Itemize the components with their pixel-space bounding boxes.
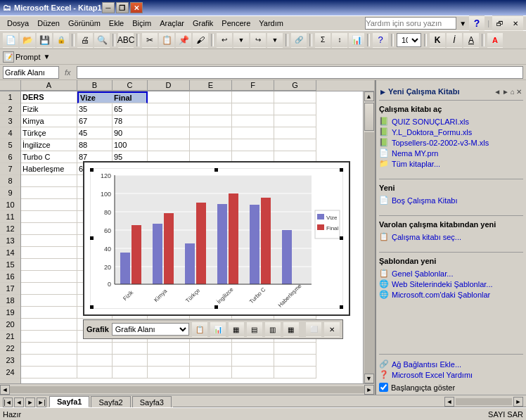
link-excel-yardim[interactable]: ❓ Microsoft Excel Yardımı (379, 369, 523, 380)
tab-nav-prev[interactable]: ◄ (14, 397, 24, 407)
menu-grafik[interactable]: Grafik (188, 18, 217, 29)
bold-btn[interactable]: K (430, 32, 445, 48)
grafik-close-btn[interactable]: ✕ (324, 322, 340, 337)
menu-pencere[interactable]: Pencere (217, 18, 255, 29)
cell-r2-c2[interactable]: 35 (77, 103, 113, 115)
panel-close-btn[interactable]: ✕ (508, 15, 523, 31)
close-button[interactable]: ✕ (130, 2, 143, 13)
cut-btn[interactable]: ✂ (142, 32, 158, 48)
row-num-2[interactable]: 2 (0, 103, 20, 115)
cell-r2-c4[interactable] (148, 103, 190, 115)
link-bos-kitap[interactable]: 📄 Boş Çalışma Kitabı (379, 195, 523, 205)
paste-btn[interactable]: 📌 (176, 32, 191, 48)
scroll-right-btn[interactable]: ► (364, 385, 374, 395)
startup-checkbox[interactable] (379, 383, 388, 392)
grafik-tb-btn6[interactable]: ▦ (283, 322, 299, 337)
cell-r3-c2[interactable]: 67 (77, 115, 113, 127)
cell-r23-c5[interactable] (190, 355, 232, 367)
save-btn[interactable]: 💾 (37, 32, 52, 48)
row-num-4[interactable]: 4 (0, 127, 20, 139)
undo-drop-btn[interactable]: ▼ (233, 32, 249, 48)
cell-r1-c2[interactable]: Vize (77, 91, 113, 103)
cell-r24-c4[interactable] (148, 367, 190, 378)
insert-hyperlink-btn[interactable]: 🔗 (291, 32, 307, 48)
grafik-tb-btn3[interactable]: ▦ (229, 322, 244, 337)
cell-r24-c1[interactable] (21, 367, 77, 378)
col-header-G[interactable]: G (274, 80, 316, 91)
link-quiz[interactable]: 📗 QUIZ SONUÇLARI.xls (379, 116, 523, 127)
cell-r21-c1[interactable] (21, 331, 77, 343)
cell-r4-c5[interactable] (190, 127, 232, 139)
cell-r22-c4[interactable] (148, 343, 190, 355)
tab-nav-next[interactable]: ► (25, 397, 35, 407)
restore-button[interactable]: ❐ (116, 2, 129, 13)
cell-r5-c2[interactable]: 88 (77, 139, 113, 151)
row-num-14[interactable]: 14 (0, 247, 20, 259)
h-scroll-track[interactable] (10, 386, 364, 393)
col-header-B[interactable]: B (77, 80, 113, 91)
cell-r7-c1[interactable]: Haberleşme (21, 163, 77, 175)
cell-r13-c1[interactable] (21, 235, 77, 247)
cell-r5-c3[interactable]: 100 (113, 139, 148, 151)
cell-r19-c1[interactable] (21, 307, 77, 319)
menu-dosya[interactable]: Dosya (3, 18, 33, 29)
new-btn[interactable]: 📄 (3, 32, 18, 48)
scroll-down-btn[interactable]: ▼ (364, 374, 374, 383)
permission-btn[interactable]: 🔒 (53, 32, 69, 48)
cell-r4-c1[interactable]: Türkçe (21, 127, 77, 139)
cell-r2-c5[interactable] (190, 103, 232, 115)
tab-sayfa2[interactable]: Sayfa2 (91, 396, 130, 407)
cell-r2-c7[interactable] (274, 103, 316, 115)
italic-btn[interactable]: İ (447, 32, 462, 48)
cell-r12-c1[interactable] (21, 223, 77, 235)
open-btn[interactable]: 📂 (20, 32, 35, 48)
restore-down-btn[interactable]: 🗗 (492, 15, 508, 31)
row-num-1[interactable]: 1 (0, 91, 20, 103)
sort-asc-btn[interactable]: ↕ (332, 32, 347, 48)
link-genel[interactable]: 📋 Genel Şablonlar... (379, 268, 523, 279)
cell-r24-c7[interactable] (274, 367, 316, 378)
underline-btn[interactable]: A (463, 32, 479, 48)
cell-r23-c6[interactable] (232, 355, 274, 367)
tab-sayfa1[interactable]: Sayfa1 (49, 396, 89, 407)
row-num-23[interactable]: 23 (0, 355, 20, 367)
panel-close-x-btn[interactable]: ✕ (516, 88, 522, 96)
cell-r22-c1[interactable] (21, 343, 77, 355)
scroll-track[interactable] (364, 132, 374, 374)
panel-back-btn[interactable]: ◄ (494, 88, 501, 96)
row-num-13[interactable]: 13 (0, 235, 20, 247)
cell-r4-c3[interactable]: 90 (113, 127, 148, 139)
row-num-5[interactable]: 5 (0, 139, 20, 151)
row-num-20[interactable]: 20 (0, 319, 20, 331)
panel-fwd-btn[interactable]: ► (502, 88, 509, 96)
cell-r4-c2[interactable]: 45 (77, 127, 113, 139)
cell-r5-c4[interactable] (148, 139, 190, 151)
cell-r22-c7[interactable] (274, 343, 316, 355)
prompt-dropdown[interactable]: ▼ (43, 53, 50, 61)
copy-btn[interactable]: 📋 (159, 32, 174, 48)
tab-nav-first[interactable]: |◄ (3, 397, 13, 407)
cell-r3-c6[interactable] (232, 115, 274, 127)
cell-r1-c1[interactable]: DERS (21, 91, 77, 103)
cell-r22-c3[interactable] (113, 343, 148, 355)
grafik-tb-btn5[interactable]: ▥ (265, 322, 281, 337)
cell-r24-c2[interactable] (77, 367, 113, 378)
cell-r3-c3[interactable]: 78 (113, 115, 148, 127)
cell-r5-c1[interactable]: İngilizce (21, 139, 77, 151)
cell-r2-c3[interactable]: 65 (113, 103, 148, 115)
chart-container[interactable]: 120 100 80 60 40 20 0 Fizik (83, 161, 350, 316)
cell-r23-c1[interactable] (21, 355, 77, 367)
col-header-E[interactable]: E (190, 80, 232, 91)
cell-r9-c1[interactable] (21, 187, 77, 199)
cell-r8-c1[interactable] (21, 175, 77, 187)
row-num-12[interactable]: 12 (0, 223, 20, 235)
h-scroll-left2[interactable]: ◄ (444, 397, 454, 407)
cell-r3-c1[interactable]: Kimya (21, 115, 77, 127)
cell-r1-c6[interactable] (232, 91, 274, 103)
cell-r1-c3[interactable]: Final (113, 91, 148, 103)
cell-r23-c2[interactable] (77, 355, 113, 367)
grafik-tb-btn4[interactable]: ▤ (247, 322, 262, 337)
cell-r14-c1[interactable] (21, 247, 77, 259)
cell-r24-c5[interactable] (190, 367, 232, 378)
row-num-24[interactable]: 24 (0, 367, 20, 378)
